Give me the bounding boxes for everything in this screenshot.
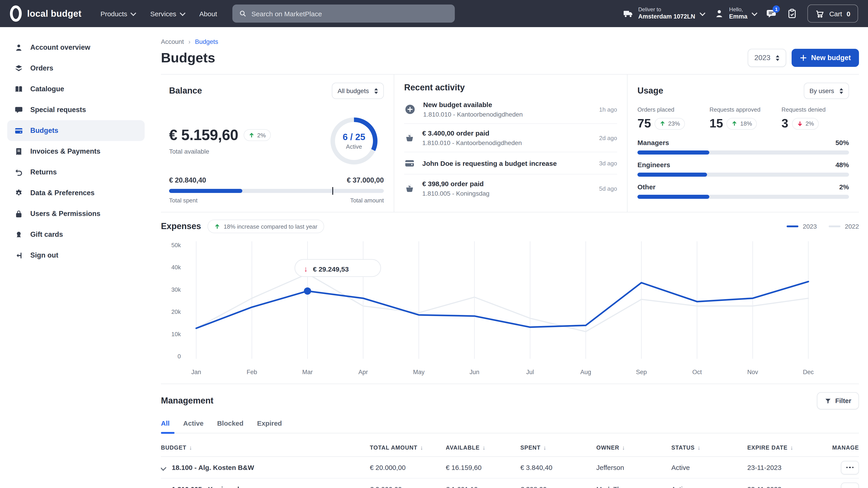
budgets-table: BUDGET↓ TOTAL AMOUNT↓ AVAILABLE↓ SPENT↓ … xyxy=(161,440,859,488)
total-spent-label: Total spent xyxy=(169,197,197,204)
col-available[interactable]: AVAILABLE↓ xyxy=(446,444,520,451)
row-manage-button[interactable] xyxy=(841,461,859,474)
svg-text:Jul: Jul xyxy=(526,369,534,376)
tab-active[interactable]: Active xyxy=(183,419,204,427)
orders-box-icon xyxy=(14,64,23,72)
account-menu[interactable]: Hello, Emma xyxy=(714,6,756,21)
filter-funnel-icon xyxy=(825,397,831,404)
sidebar-item-sign-out[interactable]: Sign out xyxy=(7,245,145,266)
filter-button[interactable]: Filter xyxy=(817,392,859,410)
arrow-up-icon xyxy=(214,223,220,229)
svg-text:Jan: Jan xyxy=(191,369,201,376)
col-budget[interactable]: BUDGET↓ xyxy=(161,444,370,451)
col-spent[interactable]: SPENT↓ xyxy=(520,444,596,451)
deliver-to-menu[interactable]: Deliver to Amsterdam 1072LN xyxy=(623,6,704,21)
sidebar-item-orders[interactable]: Orders xyxy=(7,58,145,78)
messages-button[interactable]: 1 xyxy=(766,8,777,19)
stat-requests-denied: Requests denied 3 2% xyxy=(781,106,849,131)
basket-icon xyxy=(404,183,415,194)
search-icon xyxy=(239,9,247,18)
tab-all[interactable]: All xyxy=(161,419,169,427)
sidebar-item-account-overview[interactable]: Account overview xyxy=(7,37,145,58)
messages-badge: 1 xyxy=(773,5,780,13)
col-total-amount[interactable]: TOTAL AMOUNT↓ xyxy=(370,444,446,451)
total-available-value: € 5.159,60 xyxy=(169,127,238,144)
sort-arrow-icon: ↓ xyxy=(189,444,192,451)
legend-2023[interactable]: 2023 xyxy=(786,223,817,230)
usage-card: Usage By users Orders placed 75 xyxy=(627,74,859,212)
main-content: Account › Budgets Budgets 2023 New budge… xyxy=(152,27,868,488)
arrow-down-icon xyxy=(797,121,803,127)
usage-bar-engineers: Engineers48% xyxy=(638,161,849,177)
marketplace-search xyxy=(232,4,455,23)
col-expire-date[interactable]: EXPIRE DATE↓ xyxy=(747,444,827,451)
new-budget-button[interactable]: New budget xyxy=(792,49,859,67)
activity-row[interactable]: € 398,90 order paid 1.810.005 - Koningsd… xyxy=(404,174,617,202)
nav-products[interactable]: Products xyxy=(100,10,135,18)
nav-services[interactable]: Services xyxy=(150,10,184,18)
expenses-line-chart[interactable]: JanFebMarAprMayJunJulAugSepOctNovDec50k4… xyxy=(161,238,859,379)
active-budgets-donut: 6 / 25 Active xyxy=(331,117,377,164)
nav-about[interactable]: About xyxy=(199,10,217,18)
plus-circle-icon xyxy=(404,103,416,115)
legend-2022[interactable]: 2022 xyxy=(829,223,859,230)
credit-card-icon xyxy=(14,126,23,135)
sidebar-item-users-permissions[interactable]: Users & Permissions xyxy=(7,203,145,224)
chart-legend: 2023 2022 xyxy=(786,223,859,230)
activity-row[interactable]: € 3.400,00 order paid 1.810.010 - Kantoo… xyxy=(404,124,617,152)
brand-name: local budget xyxy=(27,8,81,19)
col-status[interactable]: STATUS↓ xyxy=(671,444,747,451)
svg-text:Feb: Feb xyxy=(247,369,257,376)
book-icon xyxy=(14,85,23,93)
orders-list-button[interactable] xyxy=(787,8,798,19)
sidebar-item-invoices-payments[interactable]: Invoices & Payments xyxy=(7,141,145,162)
tab-blocked[interactable]: Blocked xyxy=(217,419,243,427)
sort-arrow-icon: ↓ xyxy=(543,444,546,451)
expenses-increase-badge: 18% increase compared to last year xyxy=(207,220,324,233)
legend-swatch-2022 xyxy=(829,226,840,227)
expenses-title: Expenses xyxy=(161,221,201,231)
basket-icon xyxy=(404,132,415,143)
cart-icon xyxy=(815,9,825,18)
brand-logo[interactable]: local budget xyxy=(10,5,81,22)
col-owner[interactable]: OWNER↓ xyxy=(596,444,671,451)
cart-button[interactable]: Cart 0 xyxy=(808,4,858,23)
balance-card: Balance All budgets € 5.159,60 xyxy=(161,74,394,212)
table-row[interactable]: 1.810.005 - Koningsdag € 2.000,00 € 1.60… xyxy=(161,479,859,488)
sidebar-item-returns[interactable]: Returns xyxy=(7,162,145,183)
expenses-section: Expenses 18% increase compared to last y… xyxy=(161,213,859,384)
svg-text:Aug: Aug xyxy=(580,369,591,376)
sort-arrow-icon: ↓ xyxy=(420,444,423,451)
svg-text:0: 0 xyxy=(178,353,181,360)
row-manage-button[interactable] xyxy=(841,482,859,488)
activity-row[interactable]: John Doe is requesting a budget increase… xyxy=(404,152,617,174)
sidebar-item-data-preferences[interactable]: Data & Preferences xyxy=(7,183,145,203)
search-input[interactable] xyxy=(251,10,448,18)
sidebar-item-budgets[interactable]: Budgets xyxy=(7,120,145,141)
balance-progress-bar xyxy=(169,189,384,193)
sidebar-item-catalogue[interactable]: Catalogue xyxy=(7,78,145,99)
usage-filter-select[interactable]: By users xyxy=(804,83,849,99)
sidebar-item-special-requests[interactable]: Special requests xyxy=(7,99,145,120)
chevron-down-icon xyxy=(752,10,757,15)
svg-text:May: May xyxy=(413,369,425,376)
breadcrumb-account[interactable]: Account xyxy=(161,38,184,45)
summary-cards: Balance All budgets € 5.159,60 xyxy=(161,74,859,213)
total-available-delta-badge: 2% xyxy=(244,129,271,141)
breadcrumb-separator: › xyxy=(188,38,190,45)
breadcrumb-budgets[interactable]: Budgets xyxy=(195,38,218,45)
row-expand-chevron-icon[interactable] xyxy=(161,464,166,470)
clipboard-check-icon xyxy=(787,8,798,19)
balance-filter-select[interactable]: All budgets xyxy=(332,83,384,99)
chat-bubble-icon xyxy=(14,105,23,114)
spinner-icon xyxy=(776,55,779,61)
activity-row[interactable]: New budget available 1.810.010 - Kantoor… xyxy=(404,95,617,124)
tab-expired[interactable]: Expired xyxy=(257,419,282,427)
year-select[interactable]: 2023 xyxy=(747,49,786,67)
sidebar-item-gift-cards[interactable]: Gift cards xyxy=(7,224,145,245)
status-badge: Active xyxy=(671,464,747,471)
table-row[interactable]: 18.100 - Alg. Kosten B&W € 20.000,00 € 1… xyxy=(161,457,859,479)
sort-arrow-icon: ↓ xyxy=(483,444,486,451)
cart-count: 0 xyxy=(846,10,850,18)
sort-arrow-icon: ↓ xyxy=(622,444,625,451)
